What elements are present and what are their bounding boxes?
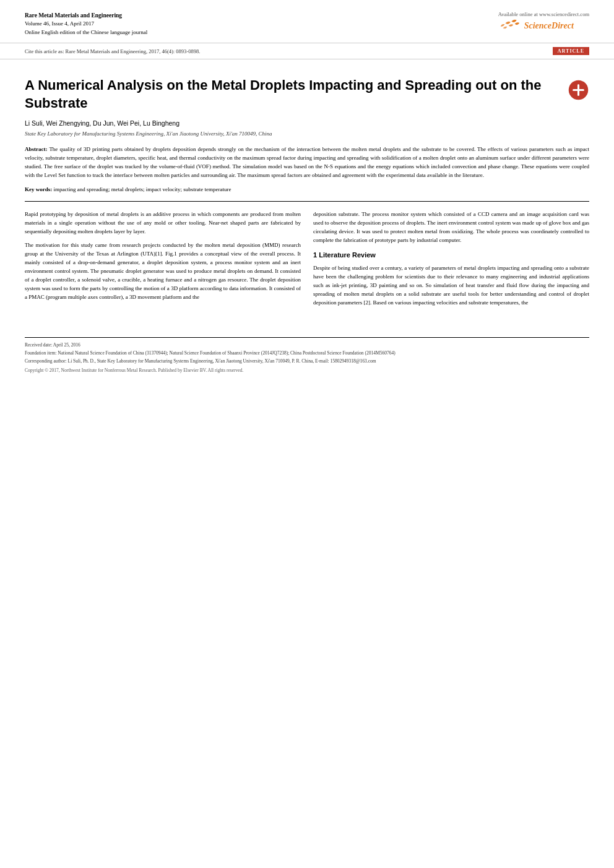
authors: Li Suli, Wei Zhengying, Du Jun, Wei Pei,… <box>25 119 589 127</box>
article-badge: ARTICLE <box>553 47 589 55</box>
corresponding-author: Corresponding author: Li Suli, Ph. D., S… <box>25 358 589 364</box>
right-para-1: deposition substrate. The process monito… <box>313 210 589 245</box>
received-date: Received date: April 25, 2016 <box>25 342 589 348</box>
cite-text: Cite this article as: Rare Metal Materia… <box>25 48 200 54</box>
cite-bar: Cite this article as: Rare Metal Materia… <box>0 43 614 59</box>
abstract-section: Abstract: The quality of 3D printing par… <box>25 145 589 180</box>
abstract-label: Abstract: <box>25 146 48 152</box>
sd-brand-name: ScienceDirect <box>524 21 574 31</box>
article-title-block: A Numerical Analysis on the Metal Drople… <box>25 77 589 112</box>
footer-notes: Received date: April 25, 2016 Foundation… <box>25 337 589 374</box>
two-col-body: Rapid prototyping by deposition of metal… <box>25 210 589 312</box>
section-1-para: Despite of being studied over a century,… <box>313 264 589 307</box>
main-content: A Numerical Analysis on the Metal Drople… <box>0 59 614 324</box>
section-divider <box>25 201 589 202</box>
page: Rare Metal Materials and Engineering Vol… <box>0 0 614 868</box>
keywords-label: Key words: <box>25 186 52 192</box>
header: Rare Metal Materials and Engineering Vol… <box>0 0 614 43</box>
journal-title: Rare Metal Materials and Engineering <box>25 11 147 20</box>
foundation-item: Foundation item: National Natural Scienc… <box>25 350 589 356</box>
volume-info: Volume 46, Issue 4, April 2017 <box>25 20 147 28</box>
available-online-text: Available online at www.sciencedirect.co… <box>498 11 589 17</box>
abstract-text: The quality of 3D printing parts obtaine… <box>25 146 589 178</box>
edition-info: Online English edition of the Chinese la… <box>25 28 147 37</box>
right-column: deposition substrate. The process monito… <box>313 210 589 312</box>
left-para-2: The motivation for this study came from … <box>25 241 301 302</box>
sciencedirect-logo: ScienceDirect <box>498 17 589 35</box>
header-right: Available online at www.sciencedirect.co… <box>498 11 589 35</box>
keywords-text: impacting and spreading; metal droplets;… <box>54 186 231 192</box>
copyright-notice: Copyright © 2017, Northwest Institute fo… <box>25 367 589 374</box>
left-column: Rapid prototyping by deposition of metal… <box>25 210 301 312</box>
header-left: Rare Metal Materials and Engineering Vol… <box>25 11 147 37</box>
section-1-heading: 1 Literature Review <box>313 250 589 260</box>
left-para-1: Rapid prototyping by deposition of metal… <box>25 210 301 236</box>
article-title-text: A Numerical Analysis on the Metal Drople… <box>25 77 568 112</box>
affiliation: State Key Laboratory for Manufacturing S… <box>25 131 589 137</box>
keywords-section: Key words: impacting and spreading; meta… <box>25 186 589 192</box>
crossmark-icon <box>568 79 589 101</box>
sd-birds-icon <box>498 17 522 35</box>
